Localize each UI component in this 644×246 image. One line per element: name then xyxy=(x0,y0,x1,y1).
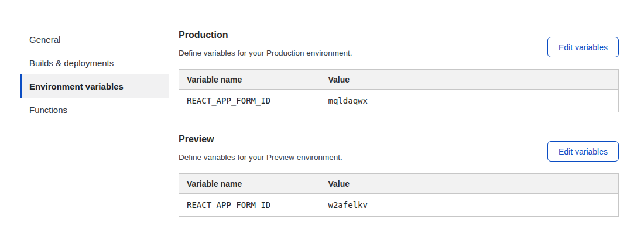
table-header-row: Variable name Value xyxy=(179,174,619,194)
column-header-variable-name: Variable name xyxy=(179,70,321,90)
production-section: Production Define variables for your Pro… xyxy=(179,30,619,112)
sidebar-item-label: Builds & deployments xyxy=(29,58,114,68)
variable-name-cell: REACT_APP_FORM_ID xyxy=(179,194,321,217)
sidebar-item-label: Functions xyxy=(29,105,67,115)
settings-sidebar: General Builds & deployments Environment… xyxy=(20,28,169,121)
sidebar-item-builds-deployments[interactable]: Builds & deployments xyxy=(20,51,169,74)
production-edit-variables-button[interactable]: Edit variables xyxy=(547,37,619,57)
sidebar-item-general[interactable]: General xyxy=(20,28,169,51)
preview-variables-table: Variable name Value REACT_APP_FORM_ID w2… xyxy=(179,173,619,217)
preview-edit-variables-button[interactable]: Edit variables xyxy=(547,141,619,162)
table-row: REACT_APP_FORM_ID mqldaqwx xyxy=(179,90,619,112)
variable-value-cell: mqldaqwx xyxy=(321,90,619,112)
sidebar-item-functions[interactable]: Functions xyxy=(20,98,169,121)
variable-value-cell: w2afelkv xyxy=(321,194,619,217)
variable-name-cell: REACT_APP_FORM_ID xyxy=(179,90,321,112)
table-header-row: Variable name Value xyxy=(179,70,619,90)
column-header-variable-name: Variable name xyxy=(179,174,321,194)
column-header-value: Value xyxy=(321,174,619,194)
column-header-value: Value xyxy=(321,70,619,90)
settings-page: General Builds & deployments Environment… xyxy=(0,0,644,246)
production-variables-table: Variable name Value REACT_APP_FORM_ID mq… xyxy=(179,69,619,112)
preview-section: Preview Define variables for your Previe… xyxy=(179,134,619,217)
sidebar-item-environment-variables[interactable]: Environment variables xyxy=(20,74,169,98)
sidebar-item-label: Environment variables xyxy=(29,81,124,91)
sidebar-item-label: General xyxy=(29,35,60,45)
table-row: REACT_APP_FORM_ID w2afelkv xyxy=(179,194,619,217)
